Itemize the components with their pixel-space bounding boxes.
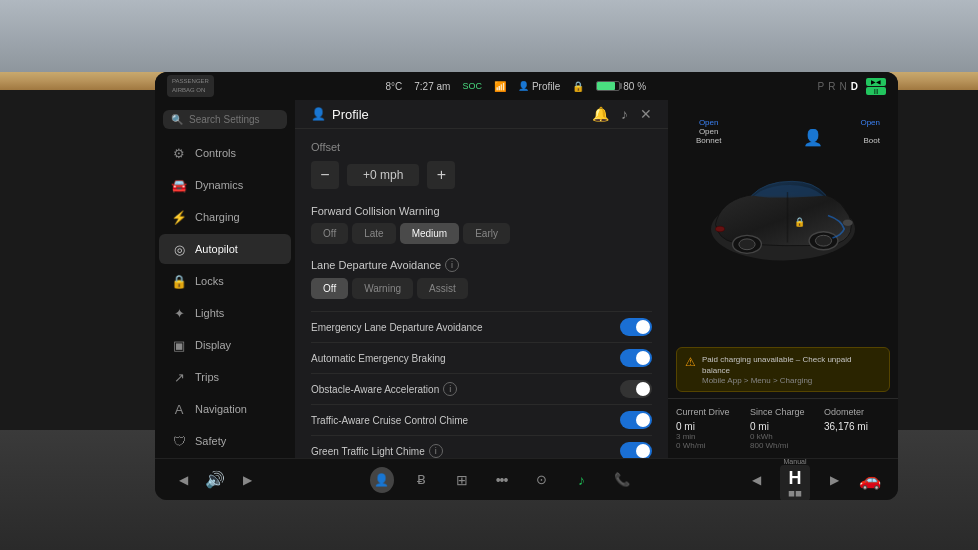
- phone-button[interactable]: 📞: [610, 468, 634, 492]
- since-charge-wh: 800 Wh/mi: [750, 441, 816, 450]
- bonnet-label: Open Bonnet: [696, 127, 721, 145]
- sidebar-item-locks[interactable]: 🔒 Locks: [159, 266, 291, 296]
- next-gear-button[interactable]: ▶: [822, 468, 846, 492]
- svg-point-6: [843, 220, 852, 225]
- aeb-toggle[interactable]: [620, 349, 652, 367]
- temperature: 8°C: [385, 81, 402, 92]
- search-input[interactable]: [189, 114, 279, 125]
- soc-icon: SOC: [462, 81, 482, 91]
- toggle-aeb: Automatic Emergency Braking: [311, 342, 652, 373]
- taskbar-right: ◀ Manual H ◼◼ ▶ 🚗: [744, 458, 882, 500]
- taskbar-center: 👤 Ƀ ⊞ ••• ⊙ ♪ 📞: [370, 468, 634, 492]
- settings-content: Offset − +0 mph + Forward Collision Warn…: [295, 129, 668, 458]
- odometer-stat: Odometer 36,176 mi: [824, 407, 890, 450]
- status-center: 8°C 7:27 am SOC 📶 👤 Profile 🔒 80 %: [385, 81, 646, 92]
- spotify-button[interactable]: ♪: [570, 468, 594, 492]
- gtl-toggle-label: Green Traffic Light Chime i: [311, 444, 443, 458]
- elda-toggle[interactable]: [620, 318, 652, 336]
- offset-decrease-button[interactable]: −: [311, 161, 339, 189]
- back-button[interactable]: ◀: [171, 468, 195, 492]
- charging-warning: ⚠ Paid charging unavailable – Check unpa…: [676, 347, 890, 392]
- sidebar-item-lights[interactable]: ✦ Lights: [159, 298, 291, 328]
- header-icons: 🔔 ♪ ✕: [592, 106, 652, 122]
- dynamics-label: Dynamics: [195, 179, 243, 191]
- fcw-label: Forward Collision Warning: [311, 205, 652, 217]
- since-charge-mi: 0 mi: [750, 421, 816, 432]
- current-drive-stat: Current Drive 0 mi 3 min 0 Wh/mi: [676, 407, 742, 450]
- lda-assist-button[interactable]: Assist: [417, 278, 468, 299]
- fcw-medium-button[interactable]: Medium: [400, 223, 460, 244]
- camera-button[interactable]: ⊙: [530, 468, 554, 492]
- sidebar-item-dynamics[interactable]: 🚘 Dynamics: [159, 170, 291, 200]
- sidebar-item-navigation[interactable]: A Navigation: [159, 394, 291, 424]
- fcw-late-button[interactable]: Late: [352, 223, 395, 244]
- close-icon[interactable]: ✕: [640, 106, 652, 122]
- sidebar-item-charging[interactable]: ⚡ Charging: [159, 202, 291, 232]
- clock: 7:27 am: [414, 81, 450, 92]
- gear-p: P: [818, 81, 825, 92]
- gtl-toggle[interactable]: [620, 442, 652, 458]
- stats-row: Current Drive 0 mi 3 min 0 Wh/mi Since C…: [668, 398, 898, 458]
- dynamics-icon: 🚘: [171, 177, 187, 193]
- profile-avatar-taskbar[interactable]: 👤: [370, 468, 394, 492]
- oaa-info-icon[interactable]: i: [443, 382, 457, 396]
- sidebar-item-autopilot[interactable]: ◎ Autopilot: [159, 234, 291, 264]
- charging-icon: ⚡: [171, 209, 187, 225]
- lda-off-button[interactable]: Off: [311, 278, 348, 299]
- main-screen: PASSENGER AIRBAG ON 8°C 7:27 am SOC 📶 👤 …: [155, 72, 898, 500]
- fcw-off-button[interactable]: Off: [311, 223, 348, 244]
- taskbar-left: ◀ 🔊 ▶: [171, 468, 259, 492]
- navigation-icon: A: [171, 401, 187, 417]
- oaa-toggle[interactable]: [620, 380, 652, 398]
- battery-tip: [620, 83, 622, 89]
- sidebar-item-display[interactable]: ▣ Display: [159, 330, 291, 360]
- right-panel: Open Open Bonnet Open Boot: [668, 100, 898, 458]
- avatar: 👤: [370, 467, 394, 493]
- current-drive-min: 3 min: [676, 432, 742, 441]
- boot-button[interactable]: Open Boot: [860, 118, 880, 145]
- more-button[interactable]: •••: [490, 468, 514, 492]
- aeb-toggle-label: Automatic Emergency Braking: [311, 353, 446, 364]
- profile-status[interactable]: 👤 Profile: [518, 81, 560, 92]
- lda-info-icon[interactable]: i: [445, 258, 459, 272]
- content-area: 🔍 ⚙ Controls 🚘 Dynamics ⚡ Charging ◎ Aut…: [155, 100, 898, 458]
- volume-button[interactable]: 🔊: [203, 468, 227, 492]
- warning-icon: ⚠: [685, 355, 696, 369]
- bonnet-button[interactable]: Open Open Bonnet: [696, 118, 721, 145]
- sidebar-item-controls[interactable]: ⚙ Controls: [159, 138, 291, 168]
- tacc-toggle[interactable]: [620, 411, 652, 429]
- prev-gear-button[interactable]: ◀: [744, 468, 768, 492]
- current-drive-wh: 0 Wh/mi: [676, 441, 742, 450]
- battery-percent: 80 %: [623, 81, 646, 92]
- music-icon[interactable]: ♪: [621, 106, 628, 122]
- gtl-info-icon[interactable]: i: [429, 444, 443, 458]
- main-panel: 👤 Profile 🔔 ♪ ✕ Offset − +0 mph +: [295, 100, 668, 458]
- fcw-early-button[interactable]: Early: [463, 223, 510, 244]
- sidebar-item-trips[interactable]: ↗ Trips: [159, 362, 291, 392]
- car-icon-button[interactable]: 🚗: [858, 468, 882, 492]
- dashboard-background: [0, 0, 978, 80]
- svg-point-7: [716, 227, 725, 232]
- lda-warning-button[interactable]: Warning: [352, 278, 413, 299]
- profile-title: 👤 Profile: [311, 107, 369, 122]
- toggle-tacc: Traffic-Aware Cruise Control Chime: [311, 404, 652, 435]
- offset-increase-button[interactable]: +: [427, 161, 455, 189]
- offset-value: +0 mph: [347, 164, 419, 186]
- warning-link[interactable]: Mobile App > Menu > Charging: [702, 376, 881, 385]
- apps-grid-button[interactable]: ⊞: [450, 468, 474, 492]
- status-left: PASSENGER AIRBAG ON: [167, 75, 214, 97]
- profile-icon: 👤: [311, 107, 326, 121]
- forward-button[interactable]: ▶: [235, 468, 259, 492]
- battery-bar: [596, 81, 620, 91]
- profile-label: Profile: [532, 81, 560, 92]
- safety-icon: 🛡: [171, 433, 187, 449]
- sidebar-item-safety[interactable]: 🛡 Safety: [159, 426, 291, 456]
- lda-section: Lane Departure Avoidance i Off Warning A…: [311, 258, 652, 299]
- autopilot-icon: ◎: [171, 241, 187, 257]
- bluetooth-button[interactable]: Ƀ: [410, 468, 434, 492]
- taskbar: ◀ 🔊 ▶ 👤 Ƀ ⊞ ••• ⊙ ♪ 📞 ◀ Manual H ◼◼: [155, 458, 898, 500]
- fcw-btn-group: Off Late Medium Early: [311, 223, 652, 244]
- bell-icon[interactable]: 🔔: [592, 106, 609, 122]
- charging-label: Charging: [195, 211, 240, 223]
- search-bar[interactable]: 🔍: [163, 110, 287, 129]
